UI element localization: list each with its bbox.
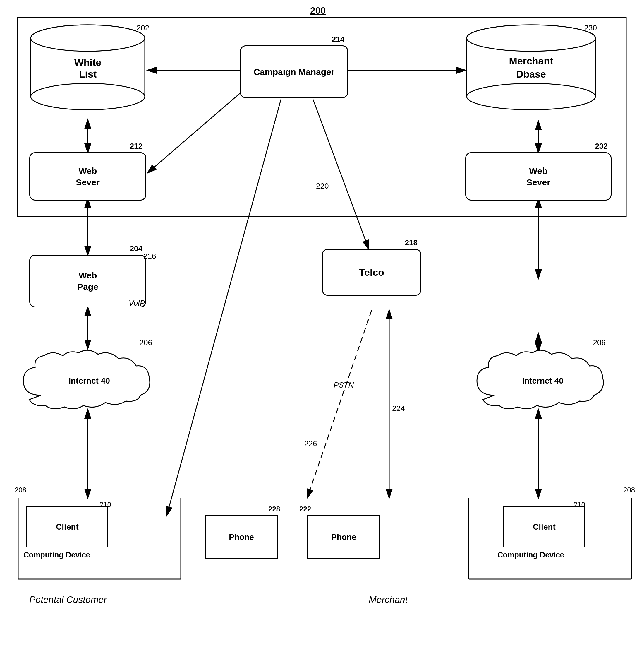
campaign-manager-ref: 214 [332,34,344,45]
internet-left-ref: 206 [140,338,152,347]
svg-text:Internet 40: Internet 40 [522,376,564,385]
client-right-ref-208: 208 [623,486,635,494]
potential-customer-label: Potental Customer [29,594,107,605]
diagram-ref-200: 200 [310,5,326,16]
svg-line-12 [307,310,372,498]
internet-right-cloud: Internet 40 206 [471,348,615,413]
line-224-label: 224 [392,404,405,413]
internet-right-ref: 206 [593,338,606,347]
white-list-db: White List 202 [29,23,146,117]
svg-point-21 [31,25,145,51]
client-right-ref-210: 210 [573,501,585,509]
client-right-group: Client Computing Device 210 208 [468,498,632,580]
phone-left-box: Phone 228 [205,515,278,559]
merchant-dbase-ref: 230 [584,23,597,32]
svg-text:Dbase: Dbase [516,69,546,80]
telco-box: Telco 218 [322,249,421,296]
svg-line-10 [167,99,281,515]
web-sever-right-ref: 232 [595,141,608,151]
line-220-label: 220 [316,182,329,191]
client-left-ref-210: 210 [99,501,111,509]
client-right-label: Computing Device [497,551,564,560]
svg-line-4 [148,82,253,173]
campaign-manager-box: Campaign Manager 214 [240,46,348,98]
merchant-label: Merchant [369,594,408,605]
merchant-dbase-db: Merchant Dbase 230 [465,23,597,117]
web-sever-right-box: WebSever 232 [465,152,612,201]
web-page-ref: 204 [130,244,143,254]
line-216-label: 216 [143,252,156,261]
phone-left-ref: 228 [268,504,280,513]
client-left-ref-208: 208 [15,486,26,494]
client-left-label: Computing Device [23,551,90,560]
svg-point-28 [467,83,595,110]
line-226-label: 226 [304,439,317,448]
svg-point-20 [31,83,145,110]
phone-right-box: Phone 222 [307,515,380,559]
client-left-group: Client Computing Device 210 208 [17,498,181,580]
svg-text:Merchant: Merchant [509,55,553,66]
internet-left-cloud: Internet 40 206 [17,348,161,413]
phone-right-ref: 222 [299,504,311,513]
svg-text:White: White [74,57,101,68]
voip-label: VoIP [129,299,145,308]
pstn-label: PSTN [334,380,354,390]
white-list-ref: 202 [137,23,149,32]
telco-ref: 218 [405,238,417,248]
diagram-container: 200 White List 202 Merchant Dbase 230 [0,0,644,647]
client-right-inner: Client [503,506,585,548]
svg-text:List: List [79,69,96,80]
svg-line-9 [313,99,369,249]
web-sever-left-ref: 212 [130,141,143,151]
web-sever-left-box: WebSever 212 [29,152,146,201]
svg-text:Internet 40: Internet 40 [69,376,110,385]
svg-point-29 [467,25,595,51]
client-left-inner: Client [26,506,108,548]
